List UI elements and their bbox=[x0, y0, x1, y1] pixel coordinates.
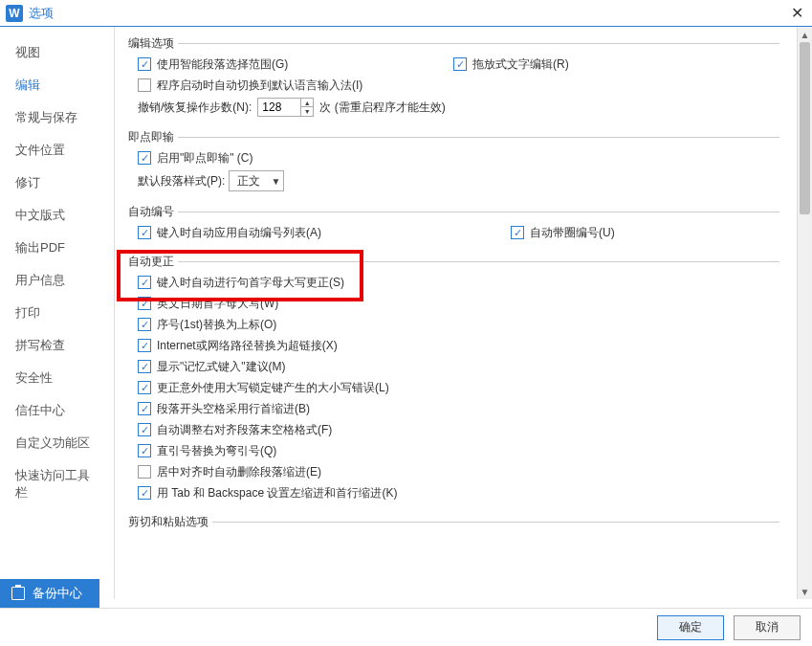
group-click-type: 即点即输 ✓ 启用"即点即输" (C) 默认段落样式(P): 正文 ▼ bbox=[128, 130, 779, 197]
sidebar-item-security[interactable]: 安全性 bbox=[0, 362, 114, 394]
label-ac-5: 更正意外使用大写锁定键产生的大小写错误(L) bbox=[157, 380, 389, 396]
paragraph-style-combo[interactable]: 正文 ▼ bbox=[229, 170, 284, 191]
sidebar-item-spellcheck[interactable]: 拼写检查 bbox=[0, 329, 114, 362]
sidebar-item-general-save[interactable]: 常规与保存 bbox=[0, 101, 114, 134]
group-autocorrect-title: 自动更正 bbox=[128, 254, 178, 270]
label-start-ime: 程序启动时自动切换到默认语言输入法(I) bbox=[157, 78, 362, 94]
sidebar-item-quick-access[interactable]: 快速访问工具栏 bbox=[0, 459, 114, 509]
group-cutpaste-title: 剪切和粘贴选项 bbox=[128, 514, 212, 530]
title-bar: W 选项 ✕ bbox=[0, 0, 812, 27]
spin-down-icon[interactable]: ▼ bbox=[301, 107, 313, 116]
label-ac-0: 键入时自动进行句首字母大写更正(S) bbox=[157, 275, 344, 291]
backup-label: 备份中心 bbox=[33, 585, 82, 602]
sidebar-item-revision[interactable]: 修订 bbox=[0, 167, 114, 199]
scroll-thumb[interactable] bbox=[800, 42, 810, 214]
checkbox-ac-7[interactable]: ✓ bbox=[138, 423, 151, 436]
label-ac-6: 段落开头空格采用行首缩进(B) bbox=[157, 401, 310, 417]
checkbox-ac-1[interactable]: ✓ bbox=[138, 297, 151, 310]
label-circle-num: 自动带圈编号(U) bbox=[530, 225, 615, 241]
checkbox-apply-list[interactable]: ✓ bbox=[138, 226, 151, 239]
group-clicktype-title: 即点即输 bbox=[128, 129, 178, 145]
sidebar-item-export-pdf[interactable]: 输出PDF bbox=[0, 232, 114, 264]
sidebar-item-trust-center[interactable]: 信任中心 bbox=[0, 394, 114, 427]
checkbox-ac-0[interactable]: ✓ bbox=[138, 276, 151, 289]
label-ac-3: Internet或网络路径替换为超链接(X) bbox=[157, 338, 338, 354]
ok-button[interactable]: 确定 bbox=[657, 615, 724, 640]
group-auto-number: 自动编号 ✓ 键入时自动应用自动编号列表(A) ✓ 自动带圈编号(U) bbox=[128, 205, 779, 247]
group-auto-correct: 自动更正 ✓键入时自动进行句首字母大写更正(S) ✓英文日期首字母大写(W) ✓… bbox=[128, 255, 779, 507]
close-button[interactable]: ✕ bbox=[787, 4, 806, 22]
paragraph-style-value: 正文 bbox=[230, 173, 268, 189]
window-title: 选项 bbox=[29, 5, 787, 22]
checkbox-drag-edit[interactable]: ✓ bbox=[453, 57, 467, 71]
label-paragraph-style: 默认段落样式(P): bbox=[138, 173, 225, 189]
group-edit-title: 编辑选项 bbox=[128, 35, 178, 52]
label-drag-edit: 拖放式文字编辑(R) bbox=[472, 56, 569, 73]
label-smart-range: 使用智能段落选择范围(G) bbox=[157, 56, 288, 73]
label-undo-note: 次 (需重启程序才能生效) bbox=[319, 100, 445, 116]
undo-steps-field[interactable] bbox=[257, 98, 301, 117]
checkbox-ac-10[interactable]: ✓ bbox=[138, 486, 151, 500]
sidebar: 视图 编辑 常规与保存 文件位置 修订 中文版式 输出PDF 用户信息 打印 拼… bbox=[0, 27, 115, 599]
undo-steps-input[interactable]: ▲▼ bbox=[257, 98, 314, 117]
label-ac-4: 显示"记忆式键入"建议(M) bbox=[157, 359, 286, 375]
sidebar-item-chinese-layout[interactable]: 中文版式 bbox=[0, 199, 114, 232]
label-ac-7: 自动调整右对齐段落末空格格式(F) bbox=[157, 422, 332, 438]
label-ac-10: 用 Tab 和 Backspace 设置左缩进和首行缩进(K) bbox=[157, 485, 397, 501]
label-ac-8: 直引号替换为弯引号(Q) bbox=[157, 443, 276, 459]
checkbox-ac-8[interactable]: ✓ bbox=[138, 444, 151, 457]
checkbox-ac-4[interactable]: ✓ bbox=[138, 360, 151, 373]
spin-up-icon[interactable]: ▲ bbox=[301, 99, 313, 107]
vertical-scrollbar[interactable]: ▲ ▼ bbox=[797, 27, 812, 599]
label-undo-steps: 撤销/恢复操作步数(N): bbox=[138, 100, 252, 116]
checkbox-ac-9[interactable]: ✓ bbox=[138, 465, 151, 479]
content-panel: 编辑选项 ✓ 使用智能段落选择范围(G) ✓ 拖放式文字编辑(R) ✓ 程序启动… bbox=[115, 27, 797, 599]
backup-icon bbox=[11, 587, 25, 600]
scroll-up-icon[interactable]: ▲ bbox=[798, 27, 812, 42]
sidebar-item-edit[interactable]: 编辑 bbox=[0, 69, 114, 101]
sidebar-item-print[interactable]: 打印 bbox=[0, 297, 114, 329]
group-autonum-title: 自动编号 bbox=[128, 204, 178, 220]
checkbox-ac-6[interactable]: ✓ bbox=[138, 402, 151, 415]
label-ac-9: 居中对齐时自动删除段落缩进(E) bbox=[157, 464, 321, 480]
checkbox-ac-2[interactable]: ✓ bbox=[138, 318, 151, 331]
sidebar-item-file-location[interactable]: 文件位置 bbox=[0, 134, 114, 167]
checkbox-smart-range[interactable]: ✓ bbox=[138, 57, 151, 71]
label-enable-clicktype: 启用"即点即输" (C) bbox=[157, 150, 253, 167]
checkbox-ac-5[interactable]: ✓ bbox=[138, 381, 151, 394]
checkbox-enable-clicktype[interactable]: ✓ bbox=[138, 151, 151, 165]
checkbox-circle-num[interactable]: ✓ bbox=[511, 226, 524, 239]
sidebar-item-user-info[interactable]: 用户信息 bbox=[0, 264, 114, 297]
sidebar-item-view[interactable]: 视图 bbox=[0, 36, 114, 69]
label-ac-2: 序号(1st)替换为上标(O) bbox=[157, 317, 276, 333]
chevron-down-icon: ▼ bbox=[268, 171, 283, 190]
checkbox-start-ime[interactable]: ✓ bbox=[138, 78, 151, 92]
backup-center-button[interactable]: 备份中心 bbox=[0, 579, 99, 608]
checkbox-ac-3[interactable]: ✓ bbox=[138, 339, 151, 352]
group-edit-options: 编辑选项 ✓ 使用智能段落选择范围(G) ✓ 拖放式文字编辑(R) ✓ 程序启动… bbox=[128, 36, 779, 123]
app-icon: W bbox=[6, 5, 23, 22]
group-cut-paste: 剪切和粘贴选项 bbox=[128, 515, 779, 536]
cancel-button[interactable]: 取消 bbox=[734, 615, 801, 640]
label-ac-1: 英文日期首字母大写(W) bbox=[157, 296, 278, 312]
label-apply-list: 键入时自动应用自动编号列表(A) bbox=[157, 225, 321, 241]
sidebar-item-custom-ribbon[interactable]: 自定义功能区 bbox=[0, 427, 114, 459]
